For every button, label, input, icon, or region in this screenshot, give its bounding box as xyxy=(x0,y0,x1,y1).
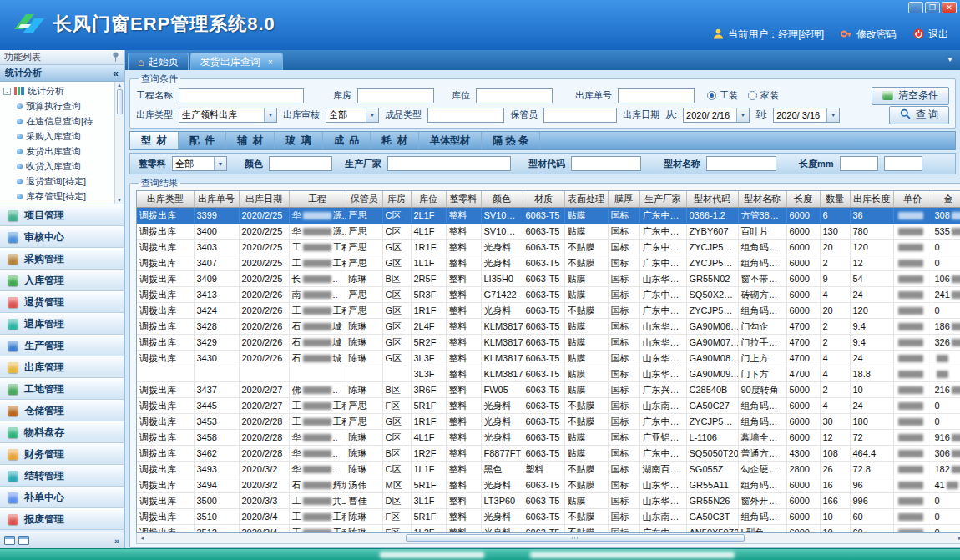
order-no-input[interactable] xyxy=(618,88,695,103)
sidebar-tree-item[interactable]: 预算执行查询 xyxy=(3,98,114,114)
sidebar-module[interactable]: 审核中心 xyxy=(0,226,124,248)
table-row[interactable]: 调拨出库33992020/2/25华源..严思C区2L1F整料SV10…6063… xyxy=(137,207,960,223)
tree-expander-icon[interactable]: - xyxy=(3,88,11,95)
table-row[interactable]: 调拨出库34932020/3/2华..陈琳C区1L1F整料黑色塑料不贴膜国标湖南… xyxy=(137,461,960,477)
column-header[interactable]: 长度 xyxy=(786,191,820,207)
column-header[interactable]: 出库类型 xyxy=(137,191,194,207)
tab-shipping-outbound-query[interactable]: 发货出库查询 × xyxy=(190,53,283,70)
column-header[interactable]: 颜色 xyxy=(481,191,523,207)
date-from-value[interactable] xyxy=(684,108,736,122)
column-header[interactable]: 型材代码 xyxy=(686,191,738,207)
whole-part-select[interactable]: ▼ xyxy=(172,156,227,171)
maximize-button[interactable]: ❐ xyxy=(925,2,940,13)
column-header[interactable]: 材质 xyxy=(523,191,564,207)
table-row[interactable]: 调拨出库34132020/2/26南..严思C区5R3F整料G714226063… xyxy=(137,286,960,302)
table-row[interactable]: 调拨出库35002020/3/3工共工程曹佳D区3L1F整料LT3P606063… xyxy=(137,492,960,508)
date-from-select[interactable]: ▼ xyxy=(683,108,750,123)
tab-close-icon[interactable]: × xyxy=(268,57,273,67)
pin-icon[interactable] xyxy=(112,52,119,63)
column-header[interactable]: 库房 xyxy=(382,191,411,207)
product-type-input[interactable] xyxy=(427,108,504,123)
outbound-type-select[interactable]: ▼ xyxy=(179,108,277,123)
warehouse-input[interactable] xyxy=(357,88,434,103)
monitor-icon[interactable] xyxy=(18,536,29,545)
table-row[interactable]: 3L3F整料KLM38176063-T5贴膜国标山东华…GA90M09…门下方4… xyxy=(137,366,960,381)
close-button[interactable]: ✕ xyxy=(942,2,957,13)
column-header[interactable]: 单价 xyxy=(893,191,932,207)
sidebar-tree-item[interactable]: 采购入库查询 xyxy=(3,129,114,144)
table-row[interactable]: 调拨出库34292020/2/26石城陈琳G区5R2F整料KLM38176063… xyxy=(137,334,960,350)
column-header[interactable]: 保管员 xyxy=(346,191,382,207)
date-to-select[interactable]: ▼ xyxy=(773,108,840,123)
scrollbar-thumb[interactable] xyxy=(406,534,745,542)
material-tab[interactable]: 型 材 xyxy=(130,132,179,149)
material-tab[interactable]: 单体型材 xyxy=(419,132,482,149)
sidebar-tree-item[interactable]: 在途信息查询[待 xyxy=(3,114,114,129)
scrollbar-thumb[interactable] xyxy=(117,89,123,114)
column-header[interactable]: 金 xyxy=(932,191,960,207)
date-to-value[interactable] xyxy=(774,108,826,122)
sidebar-module[interactable]: 出库管理 xyxy=(0,356,124,378)
statistics-group-header[interactable]: 统计分析 « xyxy=(0,65,124,82)
scrollbar-track[interactable] xyxy=(148,533,955,543)
expand-icon[interactable]: » xyxy=(114,536,119,546)
table-row[interactable]: 调拨出库34582020/2/28华..陈琳C区4L1F整料光身料6063-T5… xyxy=(137,429,960,445)
sidebar-module[interactable]: 仓储管理 xyxy=(0,400,124,421)
column-header[interactable]: 生产厂家 xyxy=(639,191,686,207)
table-row[interactable]: 调拨出库34092020/2/25长..陈琳B区2R5F整料LI35H06063… xyxy=(137,270,960,286)
table-row[interactable]: 调拨出库34302020/2/26石城陈琳G区3L3F整料KLM38176063… xyxy=(137,350,960,366)
sidebar-module[interactable]: 补单中心 xyxy=(0,487,124,508)
material-tab[interactable]: 隔 热 条 xyxy=(482,132,540,149)
scroll-up-icon[interactable]: ▲ xyxy=(117,83,122,88)
radio-industrial[interactable] xyxy=(707,91,716,100)
manufacturer-input[interactable] xyxy=(387,156,511,171)
table-row[interactable]: 调拨出库35122020/3/4工工程陈琳F区1L2F整料光身料6063-T5不… xyxy=(137,524,960,532)
table-row[interactable]: 调拨出库34942020/3/2石辉城汤伟M区5R1F整料光身料6063-T5不… xyxy=(137,477,960,492)
column-header[interactable]: 表面处理 xyxy=(564,191,608,207)
profile-code-input[interactable] xyxy=(571,156,641,171)
tree-root-statistics[interactable]: -统计分析 xyxy=(3,83,114,98)
sidebar-module[interactable]: 财务管理 xyxy=(0,443,124,465)
sidebar-module[interactable]: 物料盘存 xyxy=(0,421,124,443)
sidebar-module[interactable]: 生产管理 xyxy=(0,335,124,356)
search-button[interactable]: 查 询 xyxy=(889,106,949,124)
table-row[interactable]: 调拨出库34032020/2/25工工程严思G区1R1F整料光身料6063-T5… xyxy=(137,239,960,255)
sidebar-module[interactable]: 结转管理 xyxy=(0,465,124,487)
clear-conditions-button[interactable]: 清空条件 xyxy=(872,87,949,105)
sidebar-module[interactable]: 项目管理 xyxy=(0,204,124,226)
column-header[interactable]: 库位 xyxy=(411,191,446,207)
scroll-right-icon[interactable]: ► xyxy=(955,536,960,541)
horizontal-scrollbar[interactable]: ◄ ► xyxy=(136,533,960,544)
tab-list-dropdown-icon[interactable]: ▼ xyxy=(947,56,953,63)
sidebar-tree-item[interactable]: 库存管理[待定] xyxy=(3,189,114,204)
sidebar-module[interactable]: 工地管理 xyxy=(0,378,124,400)
collapse-icon[interactable]: « xyxy=(113,68,119,79)
monitor-icon[interactable] xyxy=(4,536,15,545)
column-header[interactable]: 出库单号 xyxy=(194,191,239,207)
change-password-button[interactable]: 修改密码 xyxy=(841,28,897,42)
scroll-left-icon[interactable]: ◄ xyxy=(137,536,148,541)
column-header[interactable]: 出库日期 xyxy=(239,191,289,207)
chevron-down-icon[interactable]: ▼ xyxy=(826,108,839,122)
tab-home[interactable]: ⌂ 起始页 xyxy=(128,53,189,70)
column-header[interactable]: 工程 xyxy=(289,191,346,207)
table-row[interactable]: 调拨出库34452020/2/27工工程严思F区5R1F整料光身料6063-T5… xyxy=(137,397,960,413)
material-tab[interactable]: 成 品 xyxy=(323,132,371,149)
sidebar-module[interactable]: 入库管理 xyxy=(0,270,124,291)
outbound-audit-select[interactable]: ▼ xyxy=(326,108,379,123)
chevron-down-icon[interactable]: ▼ xyxy=(366,108,378,122)
table-row[interactable]: 调拨出库34282020/2/26石城陈琳G区2L4F整料KLM38176063… xyxy=(137,318,960,334)
sidebar-tree-item[interactable]: 发货出库查询 xyxy=(3,144,114,159)
chevron-down-icon[interactable]: ▼ xyxy=(264,108,276,122)
length-min-input[interactable] xyxy=(840,156,878,171)
minimize-button[interactable]: ─ xyxy=(908,2,923,13)
table-row[interactable]: 调拨出库34532020/2/28工工程严思G区1R1F整料光身料6063-T5… xyxy=(137,413,960,429)
chevron-down-icon[interactable]: ▼ xyxy=(214,157,226,170)
column-header[interactable]: 整零料 xyxy=(446,191,481,207)
column-header[interactable]: 出库长度 xyxy=(850,191,893,207)
chevron-down-icon[interactable]: ▼ xyxy=(736,108,749,122)
color-input[interactable] xyxy=(269,156,332,171)
sidebar-module[interactable]: 报废管理 xyxy=(0,508,124,530)
material-tab[interactable]: 玻 璃 xyxy=(275,132,323,149)
outbound-audit-value[interactable] xyxy=(326,108,366,122)
